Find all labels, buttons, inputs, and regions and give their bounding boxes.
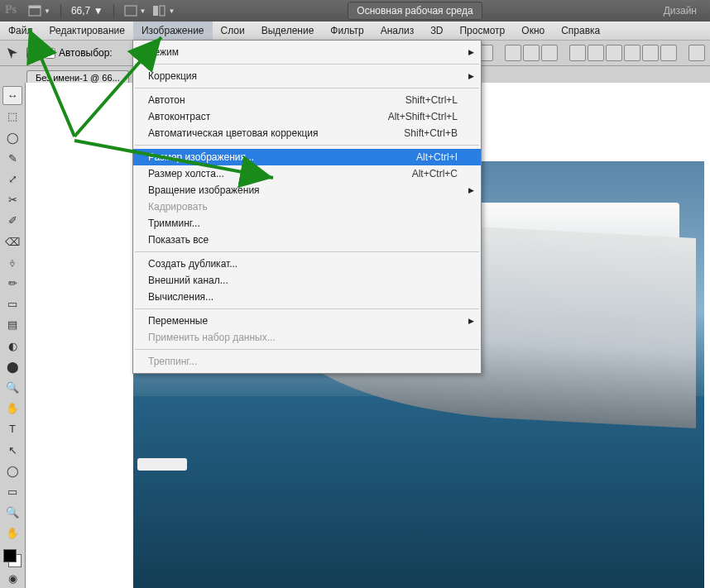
menu-item-5[interactable]: Фильтр (322, 22, 372, 40)
image-menu-dropdown: РежимКоррекцияАвтотонShift+Ctrl+LАвтокон… (132, 40, 482, 374)
menu-item-7[interactable]: 3D (422, 22, 451, 40)
chevron-down-icon: ▼ (44, 7, 50, 15)
zoom-level[interactable]: 66,7 ▼ (71, 5, 103, 17)
svg-rect-3 (153, 6, 158, 16)
menu-entry[interactable]: Размер холста...Alt+Ctrl+C (133, 165, 481, 182)
menu-entry[interactable]: Вычисления... (133, 289, 481, 305)
menu-entry: Кадрировать (133, 198, 481, 215)
menu-entry-label: Вычисления... (148, 291, 213, 303)
tool-button[interactable]: ✋ (2, 523, 22, 543)
menu-entry[interactable]: Автоматическая цветовая коррекцияShift+C… (133, 125, 481, 141)
svg-rect-2 (125, 6, 137, 16)
tool-button[interactable]: ◯ (2, 461, 22, 480)
tool-button[interactable]: ✎ (2, 149, 22, 168)
tool-button[interactable]: ✏ (2, 274, 22, 293)
align-button[interactable] (541, 45, 558, 61)
distribute-button[interactable] (606, 45, 622, 61)
menu-entry[interactable]: Переменные (133, 313, 481, 329)
auto-select-checkbox[interactable]: Автовыбор: (45, 47, 113, 59)
distribute-button[interactable] (588, 45, 604, 61)
grip-icon[interactable] (26, 47, 38, 59)
distribute-button[interactable] (569, 45, 586, 61)
tool-button[interactable]: ⎀ (2, 253, 22, 272)
menu-item-0[interactable]: Файл (0, 22, 41, 40)
menu-entry-label: Режим (148, 46, 179, 58)
tool-button[interactable]: T (2, 419, 22, 438)
tool-button[interactable]: ✐ (2, 211, 22, 230)
tool-button[interactable]: ⌫ (2, 232, 22, 251)
quick-mask-button[interactable]: ◉ (2, 569, 22, 588)
auto-align-group (688, 45, 705, 61)
menu-entry-label: Автотон (148, 94, 185, 106)
menu-item-6[interactable]: Анализ (372, 22, 423, 40)
tool-button[interactable]: ⬤ (2, 357, 22, 376)
menu-entry[interactable]: Коррекция (133, 68, 481, 84)
tool-button[interactable]: ⬚ (2, 107, 22, 126)
menubar: ФайлРедактированиеИзображениеСлоиВыделен… (0, 22, 710, 41)
menu-entry[interactable]: АвтотонShift+Ctrl+L (133, 92, 481, 108)
distribute-button[interactable] (642, 45, 659, 61)
menu-entry: Треппинг... (133, 353, 481, 370)
menu-entry[interactable]: Внешний канал... (133, 272, 481, 289)
chevron-down-icon: ▼ (168, 7, 175, 15)
screen-icon (124, 5, 137, 17)
menu-item-8[interactable]: Просмотр (451, 22, 513, 40)
move-tool-icon (5, 45, 20, 60)
layout-dropdown[interactable]: ▼ (28, 5, 50, 17)
auto-align-button[interactable] (688, 45, 705, 61)
auto-select-input[interactable] (45, 48, 55, 59)
menu-entry-label: Показать все (148, 234, 209, 246)
app-titlebar: Ps ▼ 66,7 ▼ ▼ ▼ Основная рабочая среда Д… (0, 0, 710, 22)
tool-button[interactable]: ⤢ (2, 170, 22, 189)
menu-entry-label: Размер холста... (148, 168, 224, 179)
tool-button[interactable]: ↖ (2, 440, 22, 459)
menu-item-3[interactable]: Слои (213, 22, 253, 40)
menu-entry[interactable]: Тримминг... (133, 215, 481, 232)
svg-rect-1 (29, 6, 41, 8)
menu-item-1[interactable]: Редактирование (41, 22, 133, 40)
tool-button[interactable]: ◯ (2, 127, 22, 146)
menu-item-4[interactable]: Выделение (253, 22, 323, 40)
menu-item-2[interactable]: Изображение (133, 22, 213, 40)
menu-entry-label: Коррекция (148, 70, 197, 82)
workspace-secondary-button[interactable]: Дизайн (655, 2, 705, 19)
menu-separator (135, 145, 479, 146)
menu-entry-label: Кадрировать (148, 201, 208, 213)
arrange-dropdown[interactable]: ▼ (152, 5, 175, 17)
tool-button[interactable]: ▭ (2, 294, 22, 313)
menu-entry-shortcut: Alt+Ctrl+C (412, 168, 458, 179)
tool-button[interactable]: ✂ (2, 190, 22, 209)
distribute-button[interactable] (624, 45, 640, 61)
tool-button[interactable]: ✋ (2, 399, 22, 418)
distribute-group (569, 45, 677, 61)
layout-icon (28, 5, 41, 17)
tool-button[interactable]: 🔍 (2, 503, 22, 522)
menu-entry[interactable]: Создать дубликат... (133, 256, 481, 272)
menu-entry[interactable]: АвтоконтрастAlt+Shift+Ctrl+L (133, 108, 481, 125)
tool-button[interactable]: ◐ (2, 336, 22, 355)
menu-entry[interactable]: Режим (133, 44, 481, 60)
menu-entry[interactable]: Вращение изображения (133, 182, 481, 198)
menu-item-10[interactable]: Справка (553, 22, 608, 40)
menu-entry[interactable]: Размер изображения...Alt+Ctrl+I (133, 149, 481, 165)
arrange-icon (152, 5, 166, 17)
workspace-primary-button[interactable]: Основная рабочая среда (348, 2, 482, 20)
align-button[interactable] (505, 45, 521, 61)
menu-entry-label: Тримминг... (148, 218, 200, 229)
menu-entry-label: Вращение изображения (148, 184, 260, 196)
tool-button[interactable]: ↔ (2, 86, 22, 105)
tool-button[interactable]: ▭ (2, 482, 22, 501)
tool-button[interactable]: 🔍 (2, 378, 22, 397)
menu-separator (135, 88, 479, 88)
menu-entry-label: Переменные (148, 315, 208, 327)
screen-mode-dropdown[interactable]: ▼ (124, 5, 146, 17)
menu-entry-label: Автоконтраст (148, 111, 210, 122)
tool-button[interactable]: ▤ (2, 315, 22, 334)
distribute-button[interactable] (660, 45, 677, 61)
align-button[interactable] (523, 45, 540, 61)
menu-entry: Применить набор данных... (133, 329, 481, 346)
menu-entry[interactable]: Показать все (133, 232, 481, 248)
svg-rect-4 (160, 6, 165, 16)
menu-item-9[interactable]: Окно (513, 22, 553, 40)
color-swatch[interactable] (3, 549, 22, 566)
